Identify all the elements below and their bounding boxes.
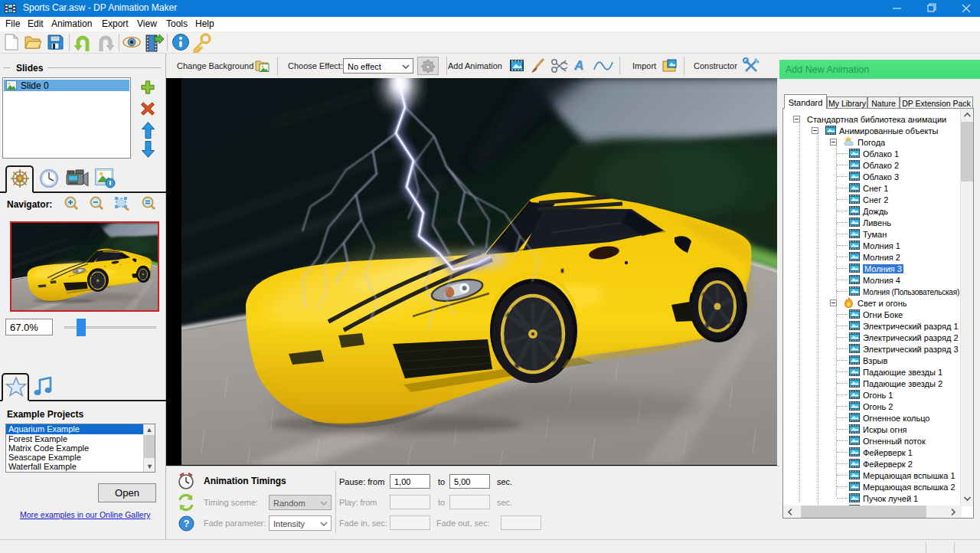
svg-text:?: ?	[184, 518, 190, 529]
